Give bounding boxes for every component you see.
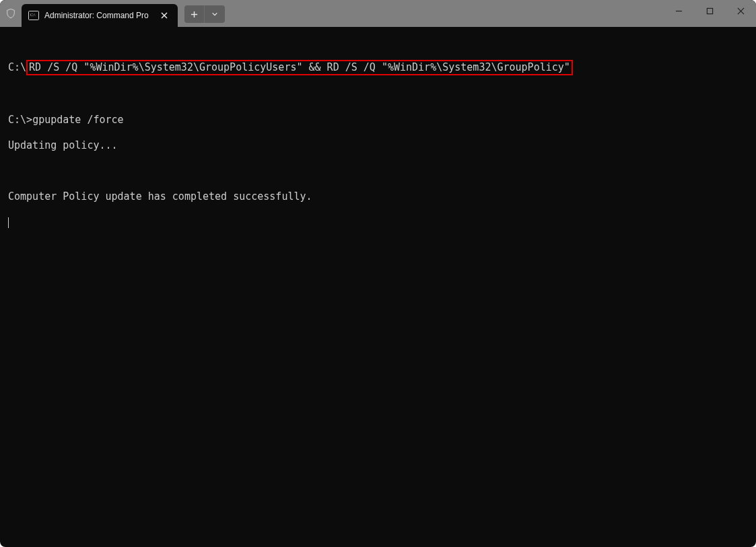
- prompt: C:\: [8, 61, 26, 73]
- cursor: [8, 217, 9, 228]
- terminal-output[interactable]: C:\RD /S /Q "%WinDir%\System32\GroupPoli…: [0, 27, 756, 547]
- close-window-button[interactable]: [725, 0, 756, 22]
- command-text: gpupdate /force: [32, 114, 123, 126]
- svg-rect-2: [707, 8, 712, 13]
- output-line: Updating policy...: [8, 139, 748, 152]
- new-tab-group: [184, 5, 225, 23]
- output-line: Computer Policy update has completed suc…: [8, 190, 748, 203]
- tab-command-prompt[interactable]: C:\ Administrator: Command Pro: [22, 4, 178, 27]
- svg-text:C:\: C:\: [30, 13, 36, 17]
- maximize-button[interactable]: [694, 0, 725, 22]
- highlighted-command: RD /S /Q "%WinDir%\System32\GroupPolicyU…: [26, 60, 573, 75]
- command-prompt-icon: C:\: [28, 10, 39, 21]
- minimize-button[interactable]: [663, 0, 694, 22]
- new-tab-dropdown[interactable]: [205, 5, 225, 23]
- window-controls: [663, 0, 756, 22]
- titlebar[interactable]: C:\ Administrator: Command Pro: [0, 0, 756, 27]
- terminal-window: C:\ Administrator: Command Pro: [0, 0, 756, 547]
- new-tab-button[interactable]: [184, 5, 205, 23]
- tab-title: Administrator: Command Pro: [44, 11, 153, 20]
- tab-close-button[interactable]: [158, 9, 171, 22]
- prompt: C:\>: [8, 114, 32, 126]
- shield-icon: [0, 0, 22, 27]
